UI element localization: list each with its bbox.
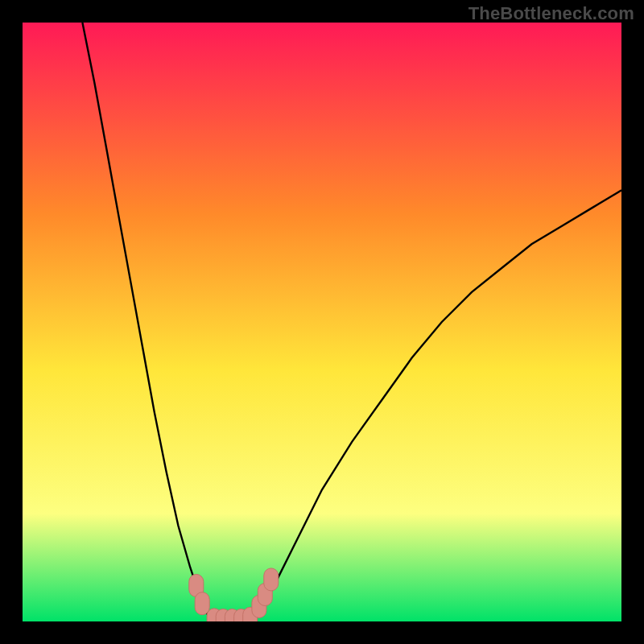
chart-svg (23, 23, 621, 621)
data-marker (264, 568, 279, 591)
data-marker (195, 592, 209, 615)
chart-frame: TheBottleneck.com (0, 0, 644, 644)
plot-area (23, 23, 621, 621)
gradient-background (23, 23, 621, 621)
watermark-text: TheBottleneck.com (469, 3, 634, 24)
